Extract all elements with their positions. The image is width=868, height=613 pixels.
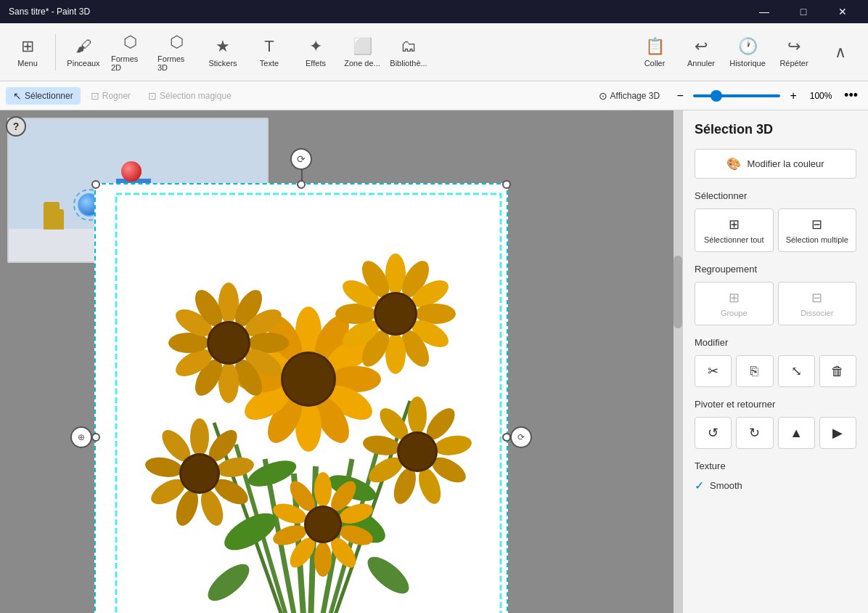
- group-icon: ⊞: [729, 290, 740, 306]
- flower-image: [105, 183, 512, 613]
- svg-point-42: [209, 323, 248, 362]
- smooth-label: Smooth: [710, 480, 742, 491]
- menu-icon: ⊞: [21, 37, 34, 56]
- multi-select-button[interactable]: ⊟ Sélection multiple: [778, 208, 857, 252]
- svg-point-84: [314, 542, 332, 577]
- magic-select-button[interactable]: ⊡ Sélection magique: [141, 87, 239, 105]
- svg-point-78: [399, 434, 435, 470]
- modify-icons: ✂ ⎘ ⤡ 🗑: [695, 355, 856, 387]
- history-icon: 🕐: [738, 37, 758, 56]
- undo-button[interactable]: ↩ Annuler: [679, 27, 723, 78]
- thumb-cylinder2: [51, 209, 64, 230]
- select-section-title: Sélectionner: [695, 190, 856, 201]
- zone-button[interactable]: ⬜ Zone de...: [340, 27, 384, 78]
- text-icon: T: [264, 37, 274, 56]
- brushes-button[interactable]: 🖌 Pinceaux: [62, 27, 105, 78]
- toolbar-divider-1: [55, 34, 56, 70]
- rotate-right-icon: ↻: [749, 425, 760, 441]
- dissociate-button[interactable]: ⊟ Dissocier: [778, 282, 857, 325]
- color-wheel-icon: 🎨: [726, 157, 741, 171]
- maximize-button[interactable]: □: [787, 0, 820, 23]
- delete-button[interactable]: 🗑: [819, 355, 856, 387]
- effects-button[interactable]: ✦ Effets: [294, 27, 337, 78]
- rotate-right-button[interactable]: ↻: [736, 417, 773, 449]
- svg-point-67: [181, 455, 218, 492]
- select-all-button[interactable]: ⊞ Sélectionner tout: [695, 208, 774, 252]
- group-button[interactable]: ⊞ Groupe: [695, 282, 774, 325]
- menu-button[interactable]: ⊞ Menu: [6, 27, 49, 78]
- right-panel: Sélection 3D 🎨 Modifier la couleur Sélec…: [682, 110, 868, 613]
- flip-vertical-icon: ▲: [790, 426, 803, 441]
- paste-icon: 📋: [645, 37, 665, 56]
- crop-button[interactable]: ⊡ Rogner: [83, 87, 138, 105]
- view3d-button[interactable]: ⊙ Affichage 3D: [591, 87, 668, 105]
- cursor-icon: ↖: [13, 90, 22, 102]
- move-handle-left[interactable]: ⊕: [70, 426, 92, 448]
- library-icon: 🗂: [401, 37, 417, 56]
- minimize-button[interactable]: —: [748, 0, 781, 23]
- zoom-in-button[interactable]: +: [785, 87, 802, 105]
- shapes3d-icon: ⬡: [170, 33, 184, 52]
- shapes3d-button[interactable]: ⬡ Formes 3D: [155, 27, 198, 78]
- svg-point-28: [283, 354, 334, 405]
- checkmark-icon: ✓: [695, 479, 704, 492]
- toolbar-right: 📋 Coller ↩ Annuler 🕐 Historique ↪ Répéte…: [633, 27, 862, 78]
- copy-button[interactable]: ⎘: [736, 355, 773, 387]
- svg-point-57: [190, 418, 209, 456]
- modify-color-button[interactable]: 🎨 Modifier la couleur: [695, 149, 856, 179]
- flip-horizontal-icon: ▶: [832, 425, 843, 441]
- thumb-red-sphere: [121, 161, 142, 182]
- titlebar-title: Sans titre* - Paint 3D: [9, 7, 90, 17]
- dissociate-icon: ⊟: [811, 290, 822, 306]
- history-button[interactable]: 🕐 Historique: [726, 27, 769, 78]
- zoom-slider[interactable]: [693, 94, 780, 97]
- zone-icon: ⬜: [353, 37, 372, 56]
- main-toolbar: ⊞ Menu 🖌 Pinceaux ⬡ Formes 2D ⬡ Formes 3…: [0, 23, 868, 81]
- cut-button[interactable]: ✂: [695, 355, 732, 387]
- shapes2d-icon: ⬡: [123, 33, 137, 52]
- collapse-button[interactable]: ∧: [819, 27, 862, 78]
- more-button[interactable]: •••: [840, 86, 862, 105]
- help-button[interactable]: ?: [6, 116, 26, 137]
- close-button[interactable]: ✕: [826, 0, 859, 23]
- select-grid: ⊞ Sélectionner tout ⊟ Sélection multiple: [695, 208, 856, 252]
- trash-icon: 🗑: [831, 364, 844, 379]
- copy-icon: ⎘: [750, 364, 758, 379]
- pivot-icons: ↺ ↻ ▲ ▶: [695, 417, 856, 449]
- zoom-value: 100%: [806, 91, 835, 101]
- stickers-button[interactable]: ★ Stickers: [201, 27, 245, 78]
- library-button[interactable]: 🗂 Bibliothè...: [387, 27, 430, 78]
- paste-button[interactable]: 📋 Coller: [633, 27, 676, 78]
- svg-point-79: [314, 472, 332, 507]
- zoom-out-button[interactable]: −: [671, 87, 689, 105]
- shapes2d-button[interactable]: ⬡ Formes 2D: [108, 27, 152, 78]
- resize-button[interactable]: ⤡: [778, 355, 815, 387]
- collapse-icon: ∧: [835, 43, 846, 62]
- move-handle-right[interactable]: ⟳: [510, 426, 532, 448]
- stickers-icon: ★: [216, 37, 230, 56]
- scrollbar-thumb[interactable]: [673, 256, 682, 328]
- flip-horizontal-button[interactable]: ▶: [819, 417, 856, 449]
- rotate-handle[interactable]: ⟳: [290, 148, 312, 170]
- modify-section-title: Modifier: [695, 337, 856, 348]
- group-section-title: Regroupement: [695, 264, 856, 275]
- brushes-icon: 🖌: [75, 37, 91, 56]
- rotate-left-icon: ↺: [708, 425, 718, 441]
- flip-vertical-button[interactable]: ▲: [778, 417, 815, 449]
- scrollbar-right[interactable]: [673, 110, 682, 613]
- panel-title: Sélection 3D: [695, 122, 856, 137]
- svg-point-11: [362, 551, 415, 600]
- redo-icon: ↪: [787, 37, 801, 56]
- crop-icon: ⊡: [91, 90, 99, 102]
- resize-icon: ⤡: [791, 363, 802, 379]
- scissors-icon: ✂: [708, 363, 718, 379]
- undo-icon: ↩: [695, 37, 708, 56]
- texture-section-title: Texture: [695, 460, 856, 471]
- canvas-area[interactable]: ? ❊: [0, 110, 682, 613]
- select-button[interactable]: ↖ Sélectionner: [6, 87, 81, 105]
- effects-icon: ✦: [309, 37, 322, 56]
- redo-button[interactable]: ↪ Répéter: [772, 27, 816, 78]
- text-button[interactable]: T Texte: [247, 27, 291, 78]
- rotate-left-button[interactable]: ↺: [695, 417, 732, 449]
- pivot-section-title: Pivoter et retourner: [695, 399, 856, 410]
